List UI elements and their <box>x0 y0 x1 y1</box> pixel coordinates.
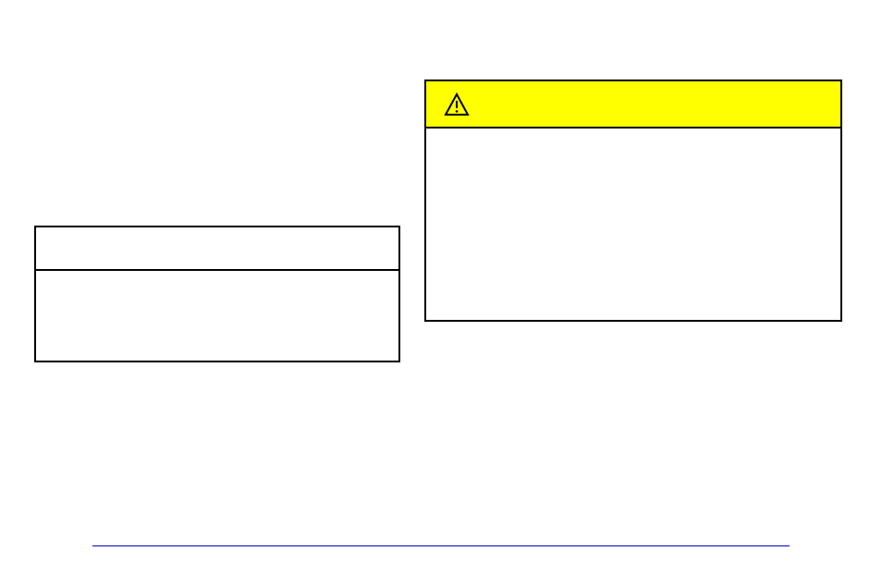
left-panel-body <box>36 271 398 362</box>
horizontal-rule <box>92 545 790 546</box>
right-panel-body <box>426 129 840 320</box>
right-panel <box>424 80 842 322</box>
svg-point-1 <box>456 110 459 113</box>
left-panel-header <box>36 227 398 271</box>
right-panel-header <box>426 81 840 129</box>
left-panel <box>34 226 400 362</box>
warning-triangle-icon <box>443 91 471 118</box>
